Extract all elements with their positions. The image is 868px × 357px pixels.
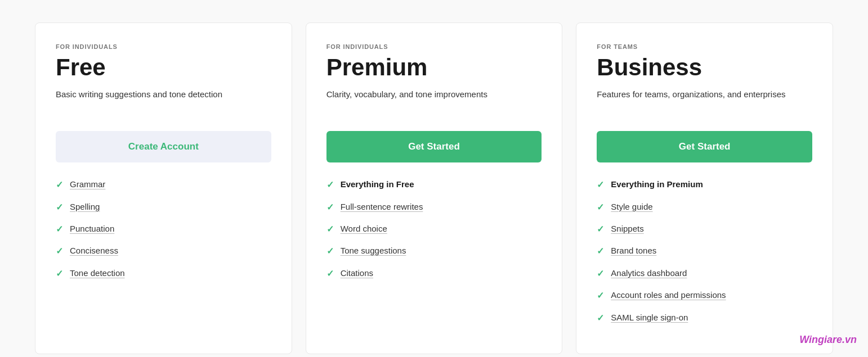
check-icon: ✓ — [56, 201, 63, 214]
check-icon: ✓ — [326, 223, 334, 236]
features-list: ✓Grammar✓Spelling✓Punctuation✓Concisenes… — [56, 178, 271, 280]
check-icon: ✓ — [597, 290, 604, 302]
watermark: Wingiare.vn — [799, 334, 857, 346]
plan-description: Features for teams, organizations, and e… — [597, 88, 812, 115]
feature-text: Account roles and permissions — [611, 289, 726, 301]
pricing-card-business: FOR TEAMSBusinessFeatures for teams, org… — [576, 22, 833, 354]
check-icon: ✓ — [597, 312, 604, 324]
list-item: ✓Punctuation — [56, 223, 271, 236]
plan-description: Basic writing suggestions and tone detec… — [56, 88, 271, 115]
list-item: ✓Account roles and permissions — [597, 289, 812, 302]
tier-label: FOR INDIVIDUALS — [56, 43, 271, 50]
check-icon: ✓ — [326, 245, 334, 257]
feature-text: Tone suggestions — [341, 245, 406, 256]
feature-text: Spelling — [70, 201, 100, 213]
list-item: ✓Conciseness — [56, 245, 271, 257]
feature-text: Everything in Premium — [611, 178, 703, 190]
check-icon: ✓ — [56, 245, 63, 257]
feature-text: Full-sentence rewrites — [341, 201, 423, 213]
feature-text: Analytics dashboard — [611, 267, 687, 279]
list-item: ✓Snippets — [597, 223, 812, 236]
cta-button-business[interactable]: Get Started — [597, 131, 812, 162]
check-icon: ✓ — [597, 179, 604, 191]
feature-text: Grammar — [70, 178, 105, 190]
list-item: ✓Tone suggestions — [326, 245, 542, 257]
feature-text: SAML single sign-on — [611, 311, 688, 323]
check-icon: ✓ — [326, 268, 334, 280]
check-icon: ✓ — [326, 201, 334, 214]
check-icon: ✓ — [56, 179, 63, 191]
feature-text: Conciseness — [70, 245, 118, 256]
check-icon: ✓ — [56, 268, 63, 280]
feature-text: Tone detection — [70, 267, 125, 279]
list-item: ✓Grammar — [56, 178, 271, 191]
check-icon: ✓ — [597, 201, 604, 214]
tier-label: FOR TEAMS — [597, 43, 812, 50]
list-item: ✓Analytics dashboard — [597, 267, 812, 280]
list-item: ✓Style guide — [597, 201, 812, 214]
list-item: ✓SAML single sign-on — [597, 311, 812, 324]
plan-name: Business — [597, 55, 812, 80]
plan-description: Clarity, vocabulary, and tone improvemen… — [326, 88, 542, 115]
list-item: ✓Everything in Free — [326, 178, 542, 191]
list-item: ✓Word choice — [326, 223, 542, 236]
cta-button-free[interactable]: Create Account — [56, 131, 271, 162]
list-item: ✓Spelling — [56, 201, 271, 214]
features-list: ✓Everything in Premium✓Style guide✓Snipp… — [597, 178, 812, 324]
check-icon: ✓ — [597, 245, 604, 257]
features-list: ✓Everything in Free✓Full-sentence rewrit… — [326, 178, 542, 280]
feature-text: Brand tones — [611, 245, 656, 256]
list-item: ✓Tone detection — [56, 267, 271, 280]
list-item: ✓Brand tones — [597, 245, 812, 257]
feature-text: Citations — [341, 267, 373, 279]
pricing-container: FOR INDIVIDUALSFreeBasic writing suggest… — [11, 11, 857, 357]
pricing-card-free: FOR INDIVIDUALSFreeBasic writing suggest… — [35, 22, 292, 354]
check-icon: ✓ — [326, 179, 334, 191]
check-icon: ✓ — [597, 268, 604, 280]
plan-name: Free — [56, 55, 271, 80]
feature-text: Word choice — [341, 223, 387, 234]
list-item: ✓Everything in Premium — [597, 178, 812, 191]
feature-text: Style guide — [611, 201, 652, 213]
check-icon: ✓ — [597, 223, 604, 236]
feature-text: Punctuation — [70, 223, 114, 234]
list-item: ✓Full-sentence rewrites — [326, 201, 542, 214]
cta-button-premium[interactable]: Get Started — [326, 131, 542, 162]
feature-text: Snippets — [611, 223, 643, 234]
list-item: ✓Citations — [326, 267, 542, 280]
check-icon: ✓ — [56, 223, 63, 236]
pricing-card-premium: FOR INDIVIDUALSPremiumClarity, vocabular… — [306, 22, 563, 354]
tier-label: FOR INDIVIDUALS — [326, 43, 542, 50]
feature-text: Everything in Free — [341, 178, 414, 190]
plan-name: Premium — [326, 55, 542, 80]
